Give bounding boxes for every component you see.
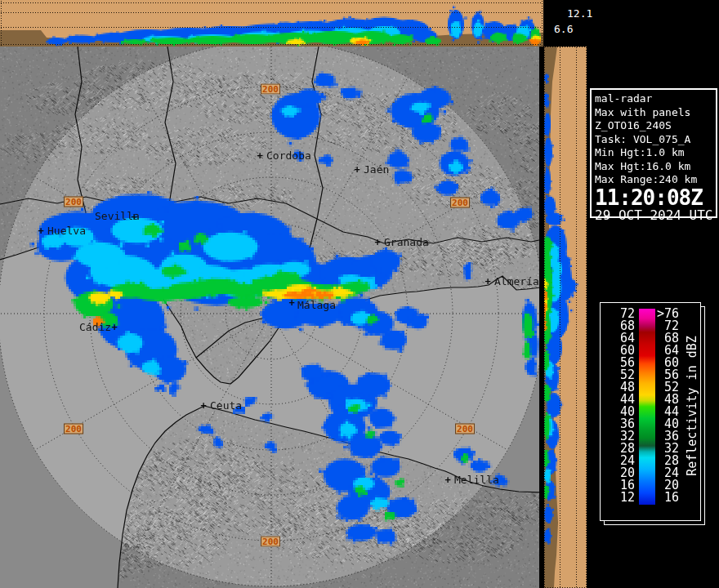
scan-time: 11:20:08Z <box>595 187 713 208</box>
height-label-upper: 12.1 <box>567 8 592 19</box>
height-label-lower: 6.6 <box>554 24 573 34</box>
legend-row: 1216 <box>601 492 700 504</box>
legend-title: Reflectivity in dBZ <box>685 336 699 476</box>
legend-row: 72>76 <box>601 308 700 320</box>
min-height: Min Hgt:1.0 km <box>595 146 713 160</box>
scan-date: 29 OCT 2024 UTC <box>595 208 713 223</box>
product-type: Max with panels <box>595 106 713 120</box>
legend-left-value: 12 <box>602 492 635 504</box>
task-name: Task: VOL_075_A <box>595 133 713 147</box>
vertical-cross-section-panel <box>544 47 587 588</box>
max-height: Max Hgt:16.0 km <box>595 160 713 174</box>
horizontal-cross-section-panel <box>0 0 543 47</box>
reflectivity-legend: 72>7668726468606456605256485244484044364… <box>600 302 701 521</box>
product-info-box: mal-radar Max with panels Z_OTO16_240S T… <box>590 88 717 218</box>
radar-display: 12.1 6.6 +Cordoba+Jaén+Sevilla+Huelva+Gr… <box>0 0 719 588</box>
legend-row: 1620 <box>601 479 700 492</box>
radar-map-canvas <box>0 47 539 588</box>
legend-row: 6872 <box>601 320 700 332</box>
radar-name: mal-radar <box>595 92 713 106</box>
product-id: Z_OTO16_240S <box>595 119 713 133</box>
legend-right-value: 16 <box>656 492 679 504</box>
